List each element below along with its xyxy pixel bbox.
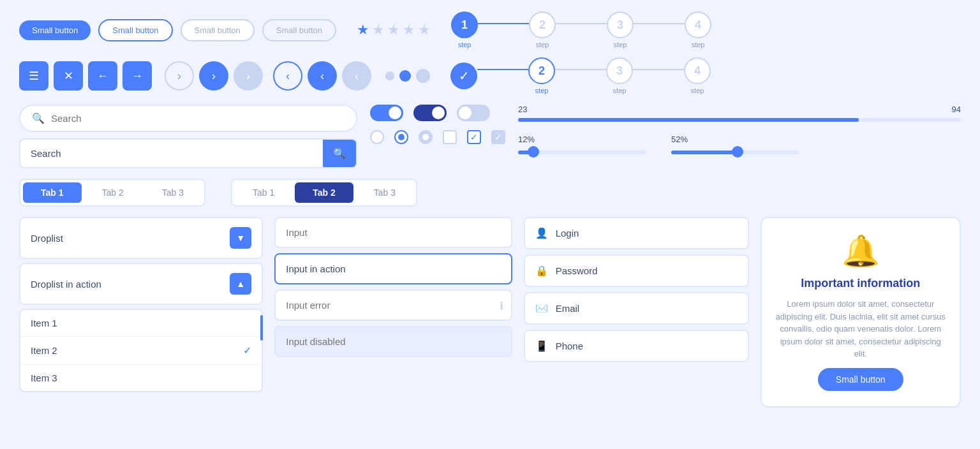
email-field[interactable]: ✉️ Email [524,292,749,325]
nav-left-2[interactable]: ‹ [308,61,337,91]
small-button-outline[interactable]: Small button [98,19,172,41]
step-4-circle: 4 [685,11,711,38]
step-line-1-2 [478,23,529,24]
radio-empty[interactable] [370,130,384,144]
search-icon: 🔍 [32,112,45,124]
dropdown-item-2[interactable]: Item 2 ✓ [20,337,262,365]
tab2-1[interactable]: Tab 1 [235,182,292,203]
bottom-content: Droplist ▼ Droplist in action ▲ Item 1 I… [19,217,961,408]
tab-3[interactable]: Tab 3 [144,182,202,203]
dropdown-item-2-label: Item 2 [31,345,57,356]
radio-check-row: ✓ ✓ [370,130,505,144]
tab-1-active[interactable]: Tab 1 [23,182,82,203]
nav-right-3[interactable]: › [234,61,263,91]
droplist-close-btn[interactable]: ▲ [230,273,251,295]
tab-2[interactable]: Tab 2 [84,182,142,203]
star-1[interactable]: ★ [357,22,369,38]
slider-2-track[interactable] [518,151,646,154]
slider-3-fill [671,151,738,154]
dot-1[interactable] [385,71,394,80]
back-icon-button[interactable]: ← [88,61,117,91]
search-flat[interactable]: 🔍 [19,138,357,168]
step-3-circle: 3 [607,11,634,38]
star-2[interactable]: ★ [372,22,385,38]
step-2-item: 2 step [529,11,556,48]
nav-left-1[interactable]: ‹ [273,61,302,91]
notification-title: Important information [801,277,920,290]
input-section: ℹ [274,217,512,357]
slider-pct-1: 12% [518,135,535,144]
input-normal[interactable] [274,217,512,248]
star-3[interactable]: ★ [387,22,400,38]
login-field[interactable]: 👤 Login [524,217,749,249]
search-input-rounded[interactable] [51,113,345,124]
error-icon: ℹ [500,299,503,311]
droplist-open-header[interactable]: Droplist in action ▲ [19,263,263,305]
radio-filled[interactable] [394,130,408,144]
stepper-2: ✓ 2 step 3 step 4 step [450,57,711,94]
tab2-2-active[interactable]: Tab 2 [295,182,353,203]
email-icon: ✉️ [535,302,548,314]
input-error[interactable] [274,290,512,321]
dropdown-item-3[interactable]: Item 3 [20,365,262,391]
notification-text: Lorem ipsum dolor sit amet, consectetur … [775,298,947,360]
menu-icon-button[interactable]: ☰ [19,61,48,91]
toggle-row-1 [370,105,490,121]
search-input-flat[interactable] [20,140,323,166]
radio-filled-gray [419,130,433,144]
nav-right-1[interactable]: › [165,61,194,91]
close-icon-button[interactable]: ✕ [54,61,83,91]
checkbox-empty[interactable] [443,130,457,144]
nav-right-2[interactable]: › [199,61,228,91]
step-2-label: step [536,41,549,48]
nav-left-3[interactable]: ‹ [342,61,371,91]
droplist-closed[interactable]: Droplist ▼ [19,217,263,259]
star-rating[interactable]: ★ ★ ★ ★ ★ [357,22,431,38]
star-4[interactable]: ★ [403,22,415,38]
slider-3-track[interactable] [671,151,799,154]
search-button[interactable]: 🔍 [323,140,356,167]
toggle-3-off[interactable] [457,105,490,121]
phone-field[interactable]: 📱 Phone [524,330,749,362]
slider-3-thumb[interactable] [732,146,743,158]
step-2-circle: 2 [529,11,556,38]
bell-icon: 🔔 [842,233,880,269]
stepper-1: 1 step 2 step 3 step 4 step [451,11,711,48]
step2-4-item: 4 step [684,57,711,94]
droplist-open-btn[interactable]: ▼ [230,227,251,249]
small-button-primary[interactable]: Small button [19,20,91,40]
step2-line-1-2 [477,69,528,70]
toggle-3-knob [459,107,471,119]
dot-2[interactable] [399,70,411,82]
check-icon: ✓ [243,344,251,357]
pagination-dots [385,69,430,83]
password-field[interactable]: 🔒 Password [524,254,749,287]
dropdown-menu: Item 1 Item 2 ✓ Item 3 [19,309,263,392]
input-active[interactable] [274,253,512,284]
toggles-section: ✓ ✓ [370,105,505,144]
checkbox-checked[interactable]: ✓ [467,130,481,144]
radio-dot-gray [422,134,429,140]
dropdown-items: Item 1 Item 2 ✓ Item 3 [19,309,263,392]
step2-line-3-4 [633,69,684,70]
dot-3[interactable] [416,69,430,83]
step-1-item: 1 step [451,11,478,48]
toggle-2-knob [432,107,445,119]
tab2-3[interactable]: Tab 3 [356,182,413,203]
tabs-row: Tab 1 Tab 2 Tab 3 Tab 1 Tab 2 Tab 3 [19,179,961,207]
dropdown-item-1[interactable]: Item 1 [20,310,262,337]
slider-1-track[interactable] [518,118,961,122]
checkbox-checked-gray: ✓ [491,130,505,144]
star-5[interactable]: ★ [418,22,431,38]
notification-button[interactable]: Small button [818,368,903,391]
step-line-3-4 [634,23,685,24]
forward-icon-button[interactable]: → [122,61,152,91]
step2-line-2-3 [555,69,606,70]
step-3-item: 3 step [607,11,634,48]
slider-2-thumb[interactable] [528,146,539,158]
radio-dot [398,134,405,140]
toggle-1-on[interactable] [370,105,403,121]
toggle-1-knob [389,107,401,119]
toggle-2-on[interactable] [413,105,447,121]
search-rounded[interactable]: 🔍 [19,105,357,132]
